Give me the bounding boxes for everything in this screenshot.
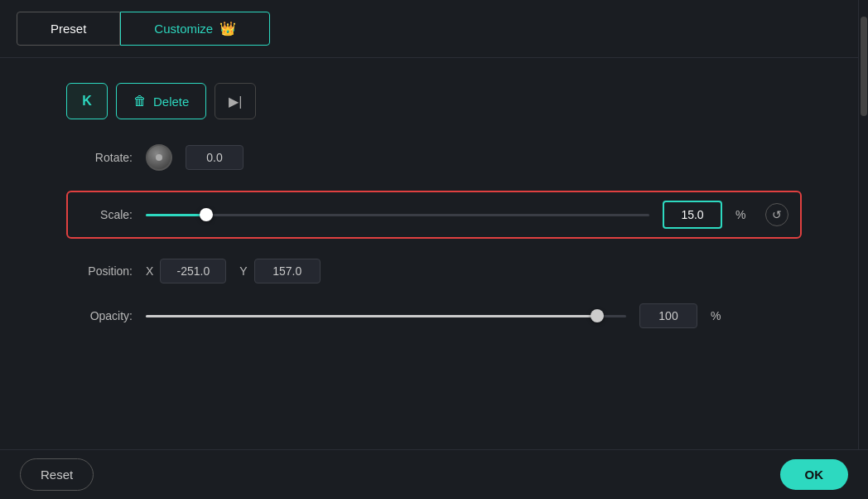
position-label: Position:	[66, 264, 133, 278]
position-x-group: X	[146, 259, 226, 283]
header: Preset Customize 👑	[0, 0, 868, 58]
customize-tab[interactable]: Customize 👑	[120, 12, 270, 46]
ok-button[interactable]: OK	[780, 459, 849, 490]
opacity-slider-track	[146, 315, 626, 317]
opacity-label: Opacity:	[66, 309, 133, 322]
scale-row: Scale: % ↺	[66, 191, 802, 239]
rotate-knob[interactable]	[146, 144, 172, 171]
opacity-row: Opacity: %	[66, 303, 802, 328]
scrollbar[interactable]	[858, 0, 868, 499]
trash-icon: 🗑	[133, 94, 147, 109]
scrollbar-thumb[interactable]	[861, 17, 867, 116]
position-row: Position: X Y	[66, 259, 802, 283]
reset-button[interactable]: Reset	[20, 458, 94, 491]
skip-button[interactable]: ▶|	[215, 83, 256, 119]
opacity-slider-fill	[146, 315, 597, 317]
rotate-label: Rotate:	[66, 151, 133, 164]
main-content: K 🗑 Delete ▶| Rotate: Scale: % ↺ Positio…	[0, 58, 868, 373]
bottom-bar: Reset OK	[0, 449, 868, 499]
scale-label: Scale:	[80, 208, 133, 221]
y-axis-label: Y	[239, 264, 247, 278]
k-button[interactable]: K	[66, 83, 108, 119]
crown-icon: 👑	[219, 21, 236, 36]
scale-slider-fill	[146, 214, 206, 216]
opacity-unit-label: %	[711, 309, 727, 322]
opacity-slider-container[interactable]	[146, 308, 626, 324]
scale-reset-button[interactable]: ↺	[765, 203, 788, 226]
delete-button-label: Delete	[153, 94, 189, 109]
position-y-input[interactable]	[254, 259, 321, 283]
scale-slider-thumb[interactable]	[200, 208, 213, 221]
customize-tab-label: Customize	[154, 22, 213, 36]
delete-button[interactable]: 🗑 Delete	[116, 83, 206, 119]
opacity-slider-thumb[interactable]	[591, 309, 604, 322]
action-buttons: K 🗑 Delete ▶|	[66, 83, 802, 119]
rotate-row: Rotate:	[66, 144, 802, 171]
skip-icon: ▶|	[229, 94, 242, 109]
rotate-input[interactable]	[186, 145, 244, 170]
scale-slider-container[interactable]	[146, 206, 649, 223]
position-y-group: Y	[239, 259, 320, 283]
opacity-value-input[interactable]	[639, 303, 697, 328]
scale-unit-label: %	[735, 208, 752, 221]
position-x-input[interactable]	[160, 259, 226, 283]
x-axis-label: X	[146, 264, 153, 278]
scale-value-input[interactable]	[663, 201, 722, 229]
preset-tab[interactable]: Preset	[17, 12, 120, 46]
scale-slider-track	[146, 214, 649, 216]
